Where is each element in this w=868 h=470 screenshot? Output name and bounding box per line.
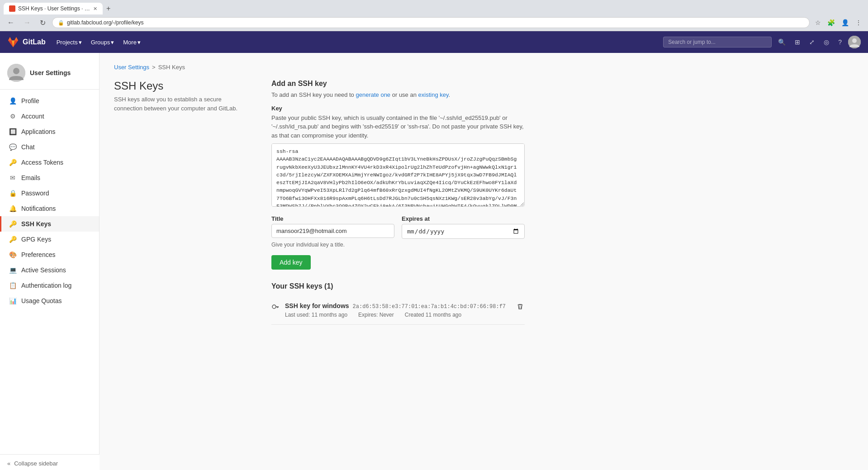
toolbar-icons: ☆ 🧩 👤 ⋮	[813, 18, 863, 27]
breadcrumb-separator: >	[152, 64, 156, 71]
preferences-icon: 🎨	[9, 251, 17, 258]
sidebar-item-preferences[interactable]: 🎨 Preferences	[0, 247, 99, 262]
key-item-meta: Last used: 11 months ago Expires: Never …	[285, 312, 510, 318]
address-bar[interactable]: 🔒 gitlab.fabcloud.org/-/profile/keys	[52, 17, 810, 28]
title-input[interactable]	[271, 224, 394, 238]
title-label: Title	[271, 215, 394, 222]
title-hint: Give your individual key a title.	[271, 242, 525, 248]
notifications-icon: 🔔	[9, 205, 17, 212]
sidebar-item-authentication-log[interactable]: 📋 Authentication log	[0, 278, 99, 293]
key-last-used: Last used: 11 months ago	[285, 312, 347, 318]
sidebar-user-section: User Settings	[0, 58, 99, 90]
sidebar-item-access-tokens-label: Access Tokens	[21, 159, 63, 166]
main-content: User Settings > SSH Keys SSH Keys SSH ke…	[100, 53, 868, 470]
existing-key-link[interactable]: existing key	[418, 91, 449, 98]
gitlab-logo-icon	[7, 36, 19, 48]
browser-chrome: SSH Keys · User Settings · GitLab ✕ + ← …	[0, 0, 868, 31]
sidebar-item-ssh-keys[interactable]: 🔑 SSH Keys	[0, 216, 99, 232]
sidebar-avatar-icon	[7, 64, 25, 82]
breadcrumb-current: SSH Keys	[158, 64, 185, 71]
key-expires: Expires: Never	[358, 312, 394, 318]
user-avatar-header[interactable]	[848, 36, 861, 48]
sidebar-item-gpg-keys[interactable]: 🔑 GPG Keys	[0, 232, 99, 247]
content-left: SSH Keys SSH keys allow you to establish…	[114, 80, 250, 325]
add-key-title: Add an SSH key	[271, 80, 525, 88]
account-icon: ⚙	[9, 113, 17, 120]
new-tab-button[interactable]: +	[103, 3, 114, 14]
generate-link[interactable]: generate one	[356, 91, 390, 98]
tab-close-button[interactable]: ✕	[93, 6, 97, 12]
trash-icon	[517, 303, 524, 310]
active-tab[interactable]: SSH Keys · User Settings · GitLab ✕	[4, 3, 103, 14]
sidebar-item-password[interactable]: 🔒 Password	[0, 185, 99, 201]
page-title: SSH Keys	[114, 80, 250, 92]
expires-input[interactable]	[402, 224, 525, 239]
collapse-sidebar-label: Collapse sidebar	[14, 460, 58, 467]
browser-tabs: SSH Keys · User Settings · GitLab ✕ +	[0, 0, 868, 14]
refresh-button[interactable]: ↻	[37, 18, 48, 28]
sidebar-item-profile[interactable]: 👤 Profile	[0, 93, 99, 109]
add-key-button[interactable]: Add key	[271, 255, 311, 270]
gitlab-logo[interactable]: GitLab	[7, 36, 46, 48]
gitlab-header: GitLab Projects ▾ Groups ▾ More ▾ 🔍 ⊞ ⤢ …	[0, 31, 868, 53]
sidebar-item-emails[interactable]: ✉ Emails	[0, 170, 99, 185]
sidebar-item-active-sessions-label: Active Sessions	[21, 266, 66, 274]
key-delete-button[interactable]	[516, 302, 525, 313]
app-layout: User Settings 👤 Profile ⚙ Account 🔲 Appl…	[0, 53, 868, 470]
expires-group: Expires at	[402, 215, 525, 239]
sidebar-item-chat-label: Chat	[21, 143, 35, 151]
back-button[interactable]: ←	[5, 18, 17, 28]
sidebar-item-profile-label: Profile	[21, 97, 39, 104]
sidebar-item-applications-label: Applications	[21, 128, 56, 135]
sidebar-item-password-label: Password	[21, 190, 49, 197]
page-description: SSH keys allow you to establish a secure…	[114, 95, 250, 113]
collapse-sidebar-button[interactable]: « Collapse sidebar	[0, 454, 100, 470]
issues-button[interactable]: ◎	[821, 37, 832, 47]
nav-more[interactable]: More ▾	[119, 37, 144, 47]
svg-marker-0	[9, 6, 15, 10]
expires-label: Expires at	[402, 215, 525, 222]
tab-favicon	[9, 5, 15, 12]
extensions-button[interactable]: 🧩	[825, 18, 837, 27]
bookmark-button[interactable]: ☆	[813, 18, 823, 27]
sidebar-item-notifications[interactable]: 🔔 Notifications	[0, 201, 99, 216]
gpg-keys-icon: 🔑	[9, 236, 17, 243]
profile-icon: 👤	[9, 97, 17, 104]
sidebar-item-emails-label: Emails	[21, 174, 40, 181]
sidebar-item-access-tokens[interactable]: 🔑 Access Tokens	[0, 155, 99, 170]
nav-groups[interactable]: Groups ▾	[87, 37, 118, 47]
key-item-fingerprint: 2a:d6:53:58:e3:77:01:ea:7a:b1:4c:bd:07:6…	[353, 304, 506, 310]
sidebar: User Settings 👤 Profile ⚙ Account 🔲 Appl…	[0, 53, 100, 470]
sidebar-item-account[interactable]: ⚙ Account	[0, 109, 99, 124]
gitlab-logo-text: GitLab	[23, 38, 46, 46]
sidebar-item-applications[interactable]: 🔲 Applications	[0, 124, 99, 139]
key-item-name: SSH key for windows	[285, 302, 349, 309]
svg-point-5	[272, 305, 276, 309]
breadcrumb-parent-link[interactable]: User Settings	[114, 64, 149, 71]
search-button[interactable]: 🔍	[775, 37, 788, 47]
title-group: Title	[271, 215, 394, 239]
nav-projects[interactable]: Projects ▾	[53, 37, 85, 47]
key-textarea[interactable]: ssh-rsa AAAAB3NzaC1yc2EAAAADAQABAAABgQDV…	[271, 143, 525, 207]
add-key-intro: To add an SSH key you need to generate o…	[271, 90, 525, 100]
key-created: Created 11 months ago	[405, 312, 461, 318]
avatar-icon	[848, 36, 861, 48]
merge-requests-button[interactable]: ⤢	[806, 37, 817, 47]
sidebar-item-usage-quotas[interactable]: 📊 Usage Quotas	[0, 293, 99, 309]
sidebar-item-active-sessions[interactable]: 💻 Active Sessions	[0, 262, 99, 278]
search-input[interactable]	[663, 37, 772, 47]
sidebar-item-chat[interactable]: 💬 Chat	[0, 139, 99, 155]
sidebar-item-authentication-log-label: Authentication log	[21, 282, 71, 289]
usage-quotas-icon: 📊	[9, 297, 17, 304]
user-profile-button[interactable]: 👤	[840, 18, 851, 27]
forward-button[interactable]: →	[21, 18, 33, 28]
content-split: SSH Keys SSH keys allow you to establish…	[114, 80, 854, 325]
new-item-button[interactable]: ⊞	[792, 37, 803, 47]
intro-text: To add an SSH key you need to	[271, 91, 356, 98]
browser-toolbar: ← → ↻ 🔒 gitlab.fabcloud.org/-/profile/ke…	[0, 14, 868, 31]
applications-icon: 🔲	[9, 128, 17, 135]
sidebar-user-label: User Settings	[30, 69, 71, 76]
help-button[interactable]: ?	[835, 37, 844, 47]
menu-button[interactable]: ⋮	[854, 18, 863, 27]
sidebar-item-preferences-label: Preferences	[21, 251, 55, 258]
